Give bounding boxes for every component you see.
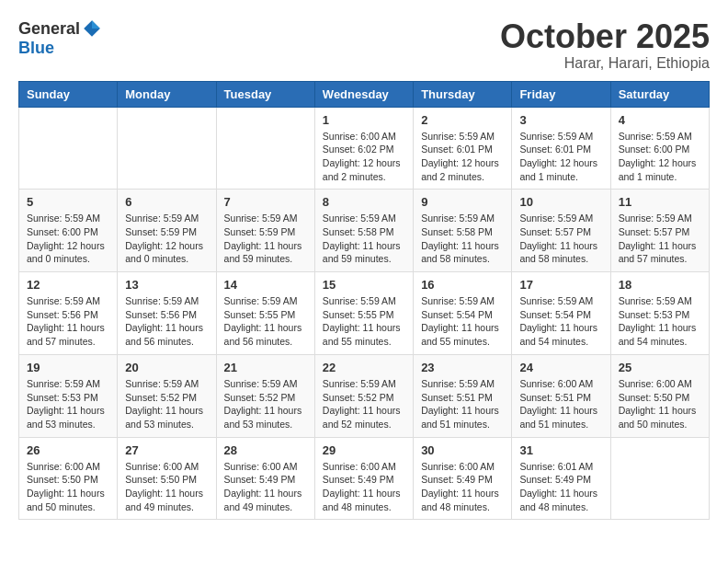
day-info: Sunrise: 6:00 AM Sunset: 5:50 PM Dayligh…	[27, 460, 109, 514]
calendar-week-row: 5Sunrise: 5:59 AM Sunset: 6:00 PM Daylig…	[19, 190, 710, 272]
calendar-cell: 16Sunrise: 5:59 AM Sunset: 5:54 PM Dayli…	[414, 272, 512, 355]
day-info: Sunrise: 5:59 AM Sunset: 5:52 PM Dayligh…	[125, 377, 208, 431]
day-number: 17	[519, 278, 602, 292]
day-number: 14	[224, 278, 307, 292]
calendar-cell: 5Sunrise: 5:59 AM Sunset: 6:00 PM Daylig…	[19, 190, 118, 272]
calendar-cell: 22Sunrise: 5:59 AM Sunset: 5:52 PM Dayli…	[314, 354, 413, 437]
day-info: Sunrise: 6:01 AM Sunset: 5:49 PM Dayligh…	[519, 460, 602, 514]
calendar-cell: 28Sunrise: 6:00 AM Sunset: 5:49 PM Dayli…	[216, 437, 314, 520]
calendar-week-row: 26Sunrise: 6:00 AM Sunset: 5:50 PM Dayli…	[19, 437, 710, 520]
day-number: 20	[125, 361, 208, 374]
day-info: Sunrise: 5:59 AM Sunset: 5:54 PM Dayligh…	[519, 294, 602, 349]
logo-general: General	[18, 19, 80, 39]
month-title: October 2025	[500, 18, 710, 55]
day-number: 12	[27, 278, 109, 292]
calendar-cell: 18Sunrise: 5:59 AM Sunset: 5:53 PM Dayli…	[610, 272, 709, 355]
day-info: Sunrise: 5:59 AM Sunset: 6:01 PM Dayligh…	[421, 130, 504, 184]
day-number: 9	[421, 195, 504, 209]
calendar-cell: 29Sunrise: 6:00 AM Sunset: 5:49 PM Dayli…	[314, 437, 413, 520]
location: Harar, Harari, Ethiopia	[500, 55, 710, 72]
calendar-cell: 14Sunrise: 5:59 AM Sunset: 5:55 PM Dayli…	[216, 272, 314, 355]
calendar-cell: 13Sunrise: 5:59 AM Sunset: 5:56 PM Dayli…	[118, 272, 216, 355]
day-number: 3	[519, 113, 602, 127]
calendar-cell: 19Sunrise: 5:59 AM Sunset: 5:53 PM Dayli…	[19, 354, 118, 437]
calendar-cell: 30Sunrise: 6:00 AM Sunset: 5:49 PM Dayli…	[414, 437, 512, 520]
day-number: 8	[323, 195, 405, 209]
day-info: Sunrise: 5:59 AM Sunset: 5:58 PM Dayligh…	[323, 212, 405, 266]
calendar-week-row: 19Sunrise: 5:59 AM Sunset: 5:53 PM Dayli…	[19, 354, 710, 437]
day-number: 24	[519, 361, 602, 374]
calendar-cell: 7Sunrise: 5:59 AM Sunset: 5:59 PM Daylig…	[216, 190, 314, 272]
day-info: Sunrise: 5:59 AM Sunset: 5:58 PM Dayligh…	[421, 212, 504, 266]
calendar-table: SundayMondayTuesdayWednesdayThursdayFrid…	[18, 81, 710, 521]
logo-icon	[82, 18, 102, 39]
day-number: 13	[125, 278, 208, 292]
day-number: 25	[619, 361, 701, 374]
calendar-cell: 20Sunrise: 5:59 AM Sunset: 5:52 PM Dayli…	[118, 354, 216, 437]
logo-blue: Blue	[18, 39, 102, 58]
calendar-cell	[216, 107, 314, 190]
day-number: 31	[519, 443, 602, 457]
day-info: Sunrise: 6:00 AM Sunset: 5:50 PM Dayligh…	[619, 377, 701, 431]
day-info: Sunrise: 5:59 AM Sunset: 5:59 PM Dayligh…	[125, 212, 208, 266]
day-info: Sunrise: 6:00 AM Sunset: 5:49 PM Dayligh…	[224, 460, 307, 514]
weekday-header: Sunday	[19, 81, 118, 107]
day-number: 18	[619, 278, 701, 292]
day-number: 28	[224, 443, 307, 457]
day-number: 21	[224, 361, 307, 374]
day-info: Sunrise: 5:59 AM Sunset: 5:53 PM Dayligh…	[27, 377, 109, 431]
day-info: Sunrise: 5:59 AM Sunset: 5:55 PM Dayligh…	[224, 294, 307, 349]
day-info: Sunrise: 5:59 AM Sunset: 5:52 PM Dayligh…	[224, 377, 307, 431]
day-info: Sunrise: 6:00 AM Sunset: 5:50 PM Dayligh…	[125, 460, 208, 514]
day-info: Sunrise: 5:59 AM Sunset: 6:00 PM Dayligh…	[27, 212, 109, 266]
calendar-cell: 11Sunrise: 5:59 AM Sunset: 5:57 PM Dayli…	[610, 190, 709, 272]
calendar-cell: 21Sunrise: 5:59 AM Sunset: 5:52 PM Dayli…	[216, 354, 314, 437]
calendar-cell: 6Sunrise: 5:59 AM Sunset: 5:59 PM Daylig…	[118, 190, 216, 272]
calendar-cell	[610, 437, 709, 520]
calendar-week-row: 12Sunrise: 5:59 AM Sunset: 5:56 PM Dayli…	[19, 272, 710, 355]
weekday-header: Monday	[118, 81, 216, 107]
weekday-header: Saturday	[610, 81, 709, 107]
day-number: 10	[519, 195, 602, 209]
calendar-cell: 3Sunrise: 5:59 AM Sunset: 6:01 PM Daylig…	[512, 107, 610, 190]
day-number: 16	[421, 278, 504, 292]
day-info: Sunrise: 5:59 AM Sunset: 5:57 PM Dayligh…	[619, 212, 701, 266]
day-info: Sunrise: 5:59 AM Sunset: 5:53 PM Dayligh…	[619, 294, 701, 349]
page-header: General Blue October 2025 Harar, Harari,…	[18, 18, 710, 72]
weekday-header: Tuesday	[216, 81, 314, 107]
day-number: 1	[323, 113, 405, 127]
day-info: Sunrise: 5:59 AM Sunset: 5:56 PM Dayligh…	[27, 294, 109, 349]
day-info: Sunrise: 5:59 AM Sunset: 5:52 PM Dayligh…	[323, 377, 405, 431]
calendar-cell: 15Sunrise: 5:59 AM Sunset: 5:55 PM Dayli…	[314, 272, 413, 355]
weekday-header: Wednesday	[314, 81, 413, 107]
calendar-week-row: 1Sunrise: 6:00 AM Sunset: 6:02 PM Daylig…	[19, 107, 710, 190]
day-number: 5	[27, 195, 109, 209]
calendar-cell: 4Sunrise: 5:59 AM Sunset: 6:00 PM Daylig…	[610, 107, 709, 190]
weekday-header: Thursday	[414, 81, 512, 107]
calendar-cell: 2Sunrise: 5:59 AM Sunset: 6:01 PM Daylig…	[414, 107, 512, 190]
day-number: 26	[27, 443, 109, 457]
day-number: 19	[27, 361, 109, 374]
calendar-cell: 12Sunrise: 5:59 AM Sunset: 5:56 PM Dayli…	[19, 272, 118, 355]
day-info: Sunrise: 5:59 AM Sunset: 5:55 PM Dayligh…	[323, 294, 405, 349]
calendar-cell: 9Sunrise: 5:59 AM Sunset: 5:58 PM Daylig…	[414, 190, 512, 272]
calendar-cell: 23Sunrise: 5:59 AM Sunset: 5:51 PM Dayli…	[414, 354, 512, 437]
day-info: Sunrise: 5:59 AM Sunset: 5:51 PM Dayligh…	[421, 377, 504, 431]
calendar-cell: 17Sunrise: 5:59 AM Sunset: 5:54 PM Dayli…	[512, 272, 610, 355]
day-info: Sunrise: 5:59 AM Sunset: 5:56 PM Dayligh…	[125, 294, 208, 349]
day-number: 22	[323, 361, 405, 374]
calendar-cell	[19, 107, 118, 190]
day-info: Sunrise: 6:00 AM Sunset: 5:49 PM Dayligh…	[323, 460, 405, 514]
calendar-cell: 8Sunrise: 5:59 AM Sunset: 5:58 PM Daylig…	[314, 190, 413, 272]
title-section: October 2025 Harar, Harari, Ethiopia	[500, 18, 710, 72]
day-info: Sunrise: 6:00 AM Sunset: 5:49 PM Dayligh…	[421, 460, 504, 514]
calendar-cell: 26Sunrise: 6:00 AM Sunset: 5:50 PM Dayli…	[19, 437, 118, 520]
day-info: Sunrise: 5:59 AM Sunset: 6:01 PM Dayligh…	[519, 130, 602, 184]
day-number: 2	[421, 113, 504, 127]
calendar-cell: 1Sunrise: 6:00 AM Sunset: 6:02 PM Daylig…	[314, 107, 413, 190]
calendar-cell: 24Sunrise: 6:00 AM Sunset: 5:51 PM Dayli…	[512, 354, 610, 437]
day-number: 15	[323, 278, 405, 292]
day-info: Sunrise: 6:00 AM Sunset: 6:02 PM Dayligh…	[323, 130, 405, 184]
calendar-cell: 31Sunrise: 6:01 AM Sunset: 5:49 PM Dayli…	[512, 437, 610, 520]
day-number: 23	[421, 361, 504, 374]
